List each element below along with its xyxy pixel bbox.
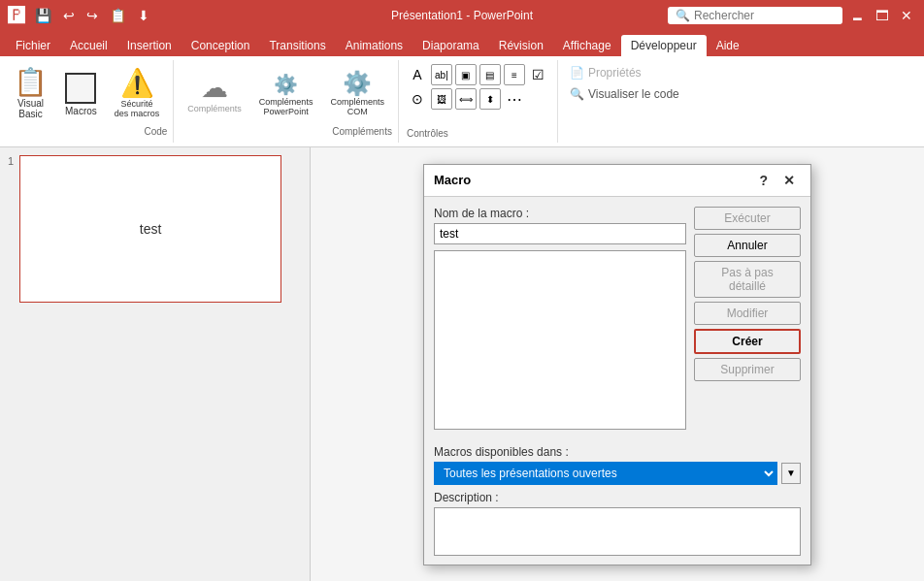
complements-com-icon: ⚙️ bbox=[343, 72, 372, 95]
present-button[interactable]: 📋 bbox=[106, 6, 130, 25]
complements-powerpoint-button[interactable]: ⚙️ ComplémentsPowerPoint bbox=[251, 68, 321, 120]
executer-button[interactable]: Exécuter bbox=[694, 207, 801, 230]
ctrl-textbox-icon[interactable]: ab| bbox=[431, 64, 452, 85]
dialog-help-button[interactable]: ? bbox=[753, 171, 774, 190]
pas-a-pas-button[interactable]: Pas à pas détaillé bbox=[694, 261, 801, 298]
view-code-button[interactable]: 🔍 Visualiser le code bbox=[566, 85, 683, 103]
search-bar[interactable]: 🔍 bbox=[668, 7, 842, 24]
complements-powerpoint-label: ComplémentsPowerPoint bbox=[259, 97, 314, 116]
view-code-icon: 🔍 bbox=[570, 87, 584, 101]
tab-conception[interactable]: Conception bbox=[182, 35, 260, 56]
ctrl-image-icon[interactable]: 🖼 bbox=[431, 88, 452, 110]
powerpoint-logo-icon: 🅿 bbox=[8, 6, 25, 26]
title-bar: 🅿 💾 ↩ ↪ 📋 ⬇ Présentation1 - PowerPoint 🔍… bbox=[0, 0, 924, 31]
code-group-label: Code bbox=[144, 124, 167, 139]
maximize-button[interactable]: 🗖 bbox=[872, 6, 893, 25]
visual-basic-label: VisualBasic bbox=[17, 98, 44, 119]
macro-listbox[interactable] bbox=[434, 250, 686, 430]
complements-group-label: Compléments bbox=[332, 124, 392, 139]
tab-diaporama[interactable]: Diaporama bbox=[412, 35, 489, 56]
ctrl-spin-icon[interactable]: ⬍ bbox=[479, 88, 501, 110]
controls-row-2: ⊙ 🖼 ⟺ ⬍ ⋯ bbox=[407, 88, 549, 110]
edit-area: Macro ? ✕ Nom de la macro : Exécuter bbox=[311, 147, 924, 581]
slide-preview[interactable]: test bbox=[19, 155, 281, 303]
visual-basic-button[interactable]: 📋 VisualBasic bbox=[6, 65, 55, 123]
undo-button[interactable]: ↩ bbox=[59, 6, 79, 25]
save-button[interactable]: 💾 bbox=[31, 6, 55, 25]
properties-label: Propriétés bbox=[588, 66, 642, 80]
macro-security-button[interactable]: ⚠️ Sécuritédes macros bbox=[107, 66, 168, 122]
redo-button[interactable]: ↪ bbox=[82, 6, 102, 25]
ctrl-scroll-icon[interactable]: ⟺ bbox=[455, 88, 477, 110]
ctrl-text-icon[interactable]: A bbox=[407, 64, 428, 85]
tab-aide[interactable]: Aide bbox=[707, 35, 749, 56]
complements-powerpoint-icon: ⚙️ bbox=[274, 72, 298, 95]
tab-affichage[interactable]: Affichage bbox=[553, 35, 621, 56]
complements-com-button[interactable]: ⚙️ ComplémentsCOM bbox=[322, 68, 392, 120]
tab-accueil[interactable]: Accueil bbox=[60, 35, 117, 56]
ctrl-more-icon[interactable]: ⋯ bbox=[504, 88, 525, 110]
tab-animations[interactable]: Animations bbox=[336, 35, 412, 56]
search-icon: 🔍 bbox=[676, 9, 690, 22]
close-window-button[interactable]: ✕ bbox=[897, 6, 916, 25]
window-title: Présentation1 - PowerPoint bbox=[391, 9, 533, 22]
tab-revision[interactable]: Révision bbox=[489, 35, 553, 56]
dialog-right-panel: Exécuter Annuler Pas à pas détaillé Modi… bbox=[694, 207, 801, 430]
supprimer-button[interactable]: Supprimer bbox=[694, 358, 801, 381]
dialog-close-button[interactable]: ✕ bbox=[777, 171, 801, 190]
macro-name-label: Nom de la macro : bbox=[434, 207, 686, 220]
controls-row-1: A ab| ▣ ▤ ≡ ☑ bbox=[407, 64, 549, 85]
desc-label: Description : bbox=[434, 491, 801, 504]
complements-button[interactable]: ☁ Compléments bbox=[180, 71, 249, 117]
creer-button[interactable]: Créer bbox=[694, 329, 801, 354]
modifier-button[interactable]: Modifier bbox=[694, 302, 801, 325]
tab-insertion[interactable]: Insertion bbox=[117, 35, 182, 56]
quick-access-toolbar: 💾 ↩ ↪ 📋 ⬇ bbox=[31, 6, 153, 25]
ribbon-group-controls: A ab| ▣ ▤ ≡ ☑ ⊙ 🖼 ⟺ ⬍ ⋯ Contrôles bbox=[399, 60, 558, 143]
ctrl-listbox-icon[interactable]: ≡ bbox=[504, 64, 525, 85]
dialog-body: Nom de la macro : Exécuter Annuler Pas à… bbox=[424, 197, 810, 439]
ctrl-radio-icon[interactable]: ⊙ bbox=[407, 88, 428, 110]
macros-icon bbox=[65, 73, 96, 104]
complements-com-label: ComplémentsCOM bbox=[330, 97, 384, 116]
tab-transitions[interactable]: Transitions bbox=[259, 35, 335, 56]
minimize-button[interactable]: 🗕 bbox=[846, 6, 868, 25]
macro-name-input[interactable] bbox=[434, 223, 686, 244]
macro-security-label: Sécuritédes macros bbox=[115, 99, 160, 118]
tab-fichier[interactable]: Fichier bbox=[6, 35, 60, 56]
code-buttons: 📋 VisualBasic Macros ⚠️ Sécuritédes macr… bbox=[6, 64, 167, 124]
dialog-footer: Macros disponibles dans : Toutes les pré… bbox=[424, 439, 810, 565]
ctrl-button-icon[interactable]: ▣ bbox=[455, 64, 477, 85]
visual-basic-icon: 📋 bbox=[14, 69, 48, 96]
available-select-row: Toutes les présentations ouvertes ▼ bbox=[434, 462, 801, 485]
dialog-left-panel: Nom de la macro : bbox=[434, 207, 686, 430]
complements-label: Compléments bbox=[187, 104, 242, 113]
macros-label: Macros bbox=[65, 106, 97, 116]
properties-button[interactable]: 📄 Propriétés bbox=[566, 64, 683, 81]
slide-thumbnail: 1 test bbox=[8, 155, 302, 303]
annuler-button[interactable]: Annuler bbox=[694, 234, 801, 257]
macro-dialog: Macro ? ✕ Nom de la macro : Exécuter bbox=[423, 164, 811, 565]
available-select[interactable]: Toutes les présentations ouvertes bbox=[434, 462, 777, 485]
search-input[interactable] bbox=[694, 9, 830, 22]
slide-number: 1 bbox=[8, 155, 14, 167]
ribbon-group-code: 📋 VisualBasic Macros ⚠️ Sécuritédes macr… bbox=[0, 60, 174, 143]
slide-content: test bbox=[140, 221, 162, 237]
dialog-controls: ? ✕ bbox=[753, 171, 801, 190]
ctrl-check-icon[interactable]: ☑ bbox=[528, 64, 549, 85]
macros-button[interactable]: Macros bbox=[57, 69, 105, 120]
dialog-overlay: Macro ? ✕ Nom de la macro : Exécuter bbox=[311, 147, 924, 581]
title-bar-right: 🔍 🗕 🗖 ✕ bbox=[668, 6, 916, 25]
ribbon-group-properties: 📄 Propriétés 🔍 Visualiser le code bbox=[558, 60, 691, 143]
complements-buttons: ☁ Compléments ⚙️ ComplémentsPowerPoint ⚙… bbox=[180, 64, 392, 124]
ctrl-combo-icon[interactable]: ▤ bbox=[479, 64, 501, 85]
complements-icon: ☁ bbox=[201, 75, 228, 102]
available-label: Macros disponibles dans : bbox=[434, 445, 801, 459]
ribbon-group-complements: ☁ Compléments ⚙️ ComplémentsPowerPoint ⚙… bbox=[174, 60, 399, 143]
tab-developpeur[interactable]: Développeur bbox=[621, 35, 707, 56]
title-bar-left: 🅿 💾 ↩ ↪ 📋 ⬇ bbox=[8, 6, 153, 26]
available-select-arrow[interactable]: ▼ bbox=[781, 463, 801, 484]
desc-textarea[interactable] bbox=[434, 507, 801, 556]
customize-button[interactable]: ⬇ bbox=[134, 6, 153, 25]
slide-panel: 1 test bbox=[0, 147, 311, 581]
